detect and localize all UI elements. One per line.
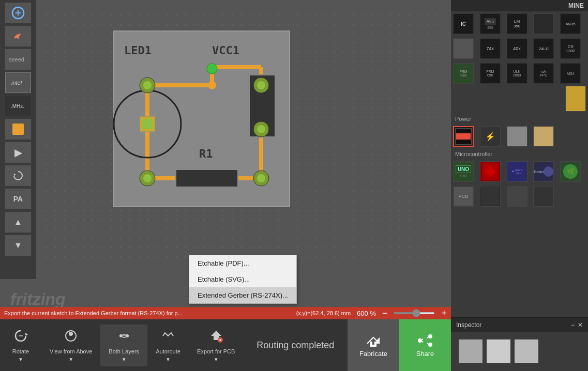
export-icon [209, 329, 223, 346]
extended-gerber-item[interactable]: Extended Gerber (RS-274X)... [189, 287, 296, 303]
export-pcb-btn[interactable]: Export for PCB ▼ [189, 324, 243, 366]
status-bar: Export the current sketch to Extended Ge… [0, 307, 451, 319]
view-from-above-btn[interactable]: View from Above ▼ [41, 324, 100, 366]
microcontroller-grid: UNO 010 ✦sparkcore Bean 🌿 [451, 159, 588, 184]
part-40x[interactable]: 40x [507, 38, 527, 59]
etchable-svg-item[interactable]: Etchable (SVG)... [189, 271, 296, 287]
inspector-swatch-2 [487, 339, 510, 363]
pcb-canvas: LED1 VCC1 R1 [41, 10, 445, 264]
svg-text:VCC1: VCC1 [212, 44, 239, 57]
power-section-label: Power [451, 114, 588, 124]
part-ic[interactable]: IC [453, 13, 474, 34]
context-menu: Etchable (PDF)... Etchable (SVG)... Exte… [189, 255, 297, 304]
svg-text:LED1: LED1 [124, 44, 152, 57]
routing-status: Routing completed [243, 340, 348, 351]
part-frm050[interactable]: FRM050 [480, 63, 501, 84]
bottom-toolbar: Rotate ▼ View from Above ▼ [0, 319, 451, 371]
inspector-minus-btn[interactable]: − [571, 321, 575, 329]
export-pcb-label: Export for PCB [197, 348, 235, 354]
part-24lc[interactable]: 24LC [533, 38, 554, 59]
power-part4[interactable] [533, 126, 554, 147]
layers-icon [117, 329, 131, 346]
mc-more4[interactable] [533, 186, 554, 207]
power-part3[interactable] [507, 126, 527, 147]
inspector-close-btn[interactable]: ✕ [578, 321, 583, 329]
orange-component-btn[interactable] [5, 119, 31, 140]
refresh-btn[interactable] [5, 165, 31, 186]
inspector-title: Inspector [456, 321, 481, 329]
view-icon [64, 329, 78, 346]
inspector-body [451, 332, 588, 371]
autoroute-label: Autoroute [156, 348, 180, 354]
pa-btn[interactable]: PA [5, 189, 31, 209]
fabricate-label: Fabricate [359, 350, 387, 358]
mc-red[interactable] [480, 161, 501, 182]
svg-rect-48 [372, 342, 374, 345]
mine-label: MINE [568, 2, 584, 9]
part-4n35[interactable]: 4N35 [560, 13, 581, 34]
part-lm358[interactable]: LM358 [507, 13, 527, 34]
etchable-pdf-item[interactable]: Etchable (PDF)... [189, 255, 296, 271]
down-btn[interactable]: ▼ [5, 235, 31, 256]
mc-uno[interactable]: UNO 010 [453, 161, 474, 182]
parts-header: MINE [451, 0, 588, 11]
mc-sparkcore[interactable]: ✦sparkcore [507, 161, 527, 182]
svg-point-30 [143, 174, 152, 182]
svg-marker-4 [14, 174, 16, 176]
svg-rect-54 [423, 336, 427, 339]
fritzing-logo: fritzing [10, 290, 66, 309]
mhz-btn[interactable]: .MHz. [5, 96, 31, 116]
mc-bean[interactable]: Bean [533, 161, 554, 182]
svg-point-50 [428, 334, 432, 338]
power-part1[interactable] [453, 126, 474, 147]
seeed-btn[interactable]: seeed [5, 49, 31, 70]
part-dark1[interactable] [533, 13, 554, 34]
autoroute-icon [161, 329, 175, 346]
mc-more1[interactable]: PCB [453, 186, 474, 207]
autoroute-btn[interactable]: Autoroute ▼ [147, 324, 189, 366]
zoom-out-btn[interactable]: − [382, 308, 388, 319]
both-layers-btn[interactable]: Both Layers ▼ [100, 324, 147, 366]
power-part2[interactable]: ⚡ [480, 126, 501, 147]
mc-more2[interactable] [480, 186, 501, 207]
svg-point-43 [126, 334, 129, 337]
svg-point-49 [418, 338, 422, 343]
rotate-btn[interactable]: Rotate ▼ [0, 324, 41, 366]
microcontroller-grid-2: PCB [451, 184, 588, 209]
part-uafpu[interactable]: uAFPU [533, 63, 554, 84]
fabricate-btn[interactable]: Fabricate [348, 319, 399, 371]
share-label: Share [416, 350, 434, 358]
svg-rect-55 [423, 342, 427, 345]
up-btn[interactable]: ▲ [5, 212, 31, 233]
part-74x[interactable]: 74x [480, 38, 501, 59]
svg-text:R1: R1 [199, 147, 213, 160]
intel-btn[interactable]: intel [5, 72, 31, 93]
zoom-slider[interactable] [394, 312, 435, 314]
bird-btn[interactable] [5, 26, 31, 47]
microcontroller-section-label: Microcontroller [451, 149, 588, 159]
status-text: Export the current sketch to Extended Ge… [4, 310, 183, 316]
view-from-above-label: View from Above [50, 348, 92, 354]
arrow-right-btn[interactable]: ▶ [5, 142, 31, 163]
rotate-icon [13, 329, 28, 346]
part-frm010[interactable]: FRM010 [453, 63, 474, 84]
part-ds1302[interactable]: DS1302 [560, 38, 581, 59]
mc-more3[interactable] [507, 186, 527, 207]
svg-text:intel: intel [11, 80, 22, 86]
zoom-in-btn[interactable]: + [441, 308, 447, 319]
routing-status-text: Routing completed [257, 340, 334, 350]
part-uln2003[interactable]: ULN2003 [507, 63, 527, 84]
main-layout: seeed intel .MHz. ▶ PA ▲ [0, 0, 588, 371]
canvas-area: seeed intel .MHz. ▶ PA ▲ [0, 0, 451, 371]
svg-point-28 [257, 125, 265, 133]
parts-grid-row2: 74x 40x 24LC DS1302 [451, 36, 588, 61]
share-btn[interactable]: Share [399, 319, 451, 371]
part-atm[interactable]: Atm 358 [480, 13, 501, 34]
inspector-swatch-1 [459, 339, 483, 363]
arduino-btn[interactable] [5, 3, 31, 23]
part-orange-cap[interactable] [565, 86, 586, 112]
part-m54[interactable]: M54 [560, 63, 581, 84]
part-p2[interactable] [453, 38, 474, 59]
inspector-section: Inspector − ✕ [451, 317, 588, 371]
mc-pinoccio[interactable]: 🌿 [560, 161, 581, 182]
